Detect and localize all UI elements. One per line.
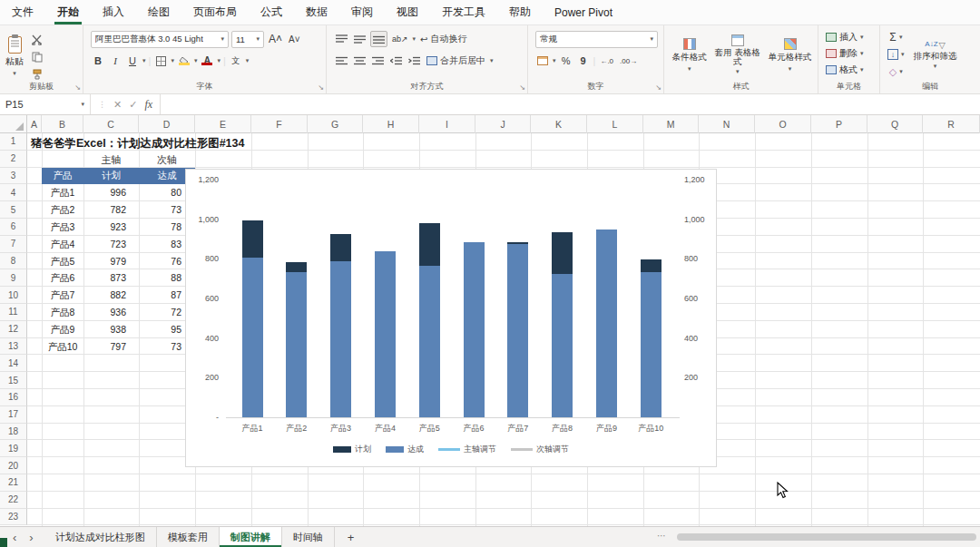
y-axis-tick-right: 1,200 bbox=[684, 175, 705, 184]
plan-value-cell: 936 bbox=[83, 307, 126, 317]
product-name-cell: 产品4 bbox=[42, 239, 83, 251]
font-color-button[interactable]: A bbox=[200, 53, 214, 69]
product-name-cell: 产品5 bbox=[42, 256, 83, 269]
insert-cells-button[interactable]: 插入 bbox=[839, 31, 858, 44]
achieved-value-cell: 78 bbox=[139, 221, 181, 232]
formula-input[interactable] bbox=[161, 94, 980, 114]
italic-button[interactable]: I bbox=[108, 53, 122, 69]
achieved-bar bbox=[596, 230, 617, 417]
ribbon-tab-2[interactable]: 插入 bbox=[91, 0, 136, 24]
bold-button[interactable]: B bbox=[91, 53, 105, 69]
orientation-button[interactable]: ab↗ bbox=[390, 31, 410, 47]
align-middle-button[interactable] bbox=[352, 31, 368, 47]
chevron-down-icon: ▾ bbox=[860, 50, 864, 57]
phonetic-button[interactable]: 文 bbox=[229, 53, 243, 69]
worksheet[interactable]: ABCDEFGHIJKLMNOPQR 123456789101112131415… bbox=[0, 115, 980, 526]
align-top-button[interactable] bbox=[334, 31, 349, 47]
plan-value-cell: 797 bbox=[83, 341, 126, 352]
ribbon-tab-file[interactable]: 文件 bbox=[0, 0, 45, 24]
chart-object[interactable]: 1,2001,000800600400200-1,2001,0008006004… bbox=[185, 169, 717, 467]
prev-sheet-icon[interactable]: ‹ bbox=[13, 531, 16, 544]
y-axis-tick-right: 400 bbox=[684, 334, 698, 343]
insert-function-icon[interactable]: fx bbox=[144, 98, 152, 112]
fill-button[interactable]: ↓ ▾ bbox=[886, 46, 906, 63]
conditional-formatting-button[interactable]: 条件格式▾ bbox=[672, 29, 707, 81]
clear-button[interactable]: ◇ ▾ bbox=[886, 63, 906, 80]
decrease-indent-button[interactable] bbox=[388, 53, 404, 69]
sort-filter-button[interactable]: A↓Z▽ 排序和筛选 ▾ bbox=[912, 29, 959, 81]
format-as-table-button[interactable]: 套用 表格格式▾ bbox=[714, 29, 761, 81]
font-name-select[interactable]: 阿里巴巴普惠体 3.0 45 Light▾ bbox=[91, 31, 229, 48]
cell-styles-button[interactable]: 单元格样式▾ bbox=[769, 29, 812, 81]
y-axis-tick-right: 200 bbox=[684, 373, 698, 382]
plan-value-cell: 882 bbox=[83, 289, 126, 300]
sheet-tab-2[interactable]: 模板套用 bbox=[157, 527, 220, 547]
chevron-down-icon: ▾ bbox=[413, 35, 416, 43]
group-label-clipboard: 剪贴板 bbox=[0, 81, 83, 93]
enter-icon[interactable]: ✓ bbox=[129, 99, 137, 111]
decrease-font-button[interactable]: A˅ bbox=[287, 31, 302, 47]
merge-center-button[interactable]: 合并后居中 bbox=[425, 53, 487, 69]
increase-decimal-button[interactable]: ←.0 bbox=[598, 53, 615, 69]
product-name-cell: 产品10 bbox=[42, 341, 83, 354]
ribbon-tab-6[interactable]: 数据 bbox=[294, 0, 339, 24]
ribbon-tab-11[interactable]: Power Pivot bbox=[543, 0, 624, 24]
decrease-decimal-button[interactable]: .00→ bbox=[618, 53, 639, 69]
ribbon-tab-4[interactable]: 页面布局 bbox=[181, 0, 249, 24]
increase-font-button[interactable]: A˄ bbox=[267, 31, 284, 47]
comma-style-button[interactable]: 9 bbox=[576, 53, 591, 69]
next-sheet-icon[interactable]: › bbox=[29, 531, 33, 544]
underline-button[interactable]: U bbox=[125, 53, 140, 69]
more-icon[interactable]: ⋯ bbox=[657, 531, 666, 541]
group-font: 阿里巴巴普惠体 3.0 45 Light▾ 11▾ A˄ A˅ B I U▾ |… bbox=[83, 25, 327, 93]
group-alignment: ab↗▾ ↩自动换行 合并后居中▾ 对齐方式 ↘ bbox=[327, 25, 528, 93]
ribbon-tab-9[interactable]: 开发工具 bbox=[430, 0, 497, 24]
new-sheet-button[interactable]: + bbox=[335, 527, 368, 547]
format-cells-button[interactable]: 格式 bbox=[839, 63, 858, 76]
cancel-icon[interactable]: ✕ bbox=[113, 99, 122, 111]
percent-style-button[interactable]: % bbox=[559, 53, 573, 69]
product-name-cell: 产品9 bbox=[42, 324, 83, 337]
ribbon-tab-1[interactable]: 开始 bbox=[45, 0, 91, 24]
fill-color-button[interactable] bbox=[177, 53, 191, 69]
category-label: 产品10 bbox=[629, 423, 672, 435]
delete-cells-button[interactable]: 删除 bbox=[839, 47, 858, 60]
ribbon-tab-5[interactable]: 公式 bbox=[249, 0, 294, 24]
paste-button[interactable]: 粘贴 ▾ bbox=[5, 29, 24, 83]
chevron-down-icon: ▾ bbox=[934, 63, 937, 70]
cut-button[interactable] bbox=[29, 32, 44, 48]
horizontal-scrollbar[interactable] bbox=[677, 533, 976, 541]
align-left-button[interactable] bbox=[334, 53, 349, 69]
borders-button[interactable] bbox=[153, 53, 168, 69]
align-right-button[interactable] bbox=[370, 53, 386, 69]
sheet-tab-4[interactable]: 时间轴 bbox=[282, 527, 335, 547]
dialog-launcher-icon[interactable]: ↘ bbox=[318, 83, 324, 92]
plan-value-cell: 979 bbox=[83, 256, 126, 267]
legend-item-次轴调节: 次轴调节 bbox=[511, 444, 569, 455]
sheet-tab-3[interactable]: 制图讲解 bbox=[220, 527, 282, 547]
wrap-text-button[interactable]: ↩自动换行 bbox=[418, 31, 468, 47]
ribbon-tab-7[interactable]: 审阅 bbox=[339, 0, 385, 24]
chevron-down-icon: ▾ bbox=[142, 57, 146, 64]
accounting-format-button[interactable] bbox=[535, 53, 550, 69]
align-center-button[interactable] bbox=[352, 53, 368, 69]
dialog-launcher-icon[interactable]: ↘ bbox=[519, 83, 525, 92]
autosum-button[interactable]: Σ ▾ bbox=[886, 29, 906, 45]
ribbon-tab-3[interactable]: 绘图 bbox=[136, 0, 181, 24]
dialog-launcher-icon[interactable]: ↘ bbox=[655, 83, 662, 92]
title-cell: 猪爸爸学Excel：计划达成对比柱形图#134 bbox=[31, 136, 244, 151]
number-format-select[interactable]: 常规▾ bbox=[535, 31, 658, 48]
name-box[interactable]: P15 ▾ bbox=[0, 94, 91, 114]
ribbon-tab-bar: 文件开始插入绘图页面布局公式数据审阅视图开发工具帮助Power Pivot bbox=[0, 0, 980, 25]
ribbon-tab-10[interactable]: 帮助 bbox=[497, 0, 543, 24]
legend-label: 计划 bbox=[355, 444, 371, 455]
copy-button[interactable] bbox=[29, 49, 44, 65]
legend-swatch bbox=[438, 448, 460, 451]
increase-indent-button[interactable] bbox=[407, 53, 422, 69]
group-editing: Σ ▾ ↓ ▾ ◇ ▾ A↓Z▽ 排序和筛选 ▾ 编辑 bbox=[880, 25, 980, 93]
font-size-select[interactable]: 11▾ bbox=[231, 31, 264, 48]
ribbon-tab-8[interactable]: 视图 bbox=[385, 0, 430, 24]
dialog-launcher-icon[interactable]: ↘ bbox=[74, 83, 81, 92]
sheet-tab-1[interactable]: 计划达成对比柱形图 bbox=[44, 527, 157, 547]
align-bottom-button[interactable] bbox=[370, 31, 387, 47]
